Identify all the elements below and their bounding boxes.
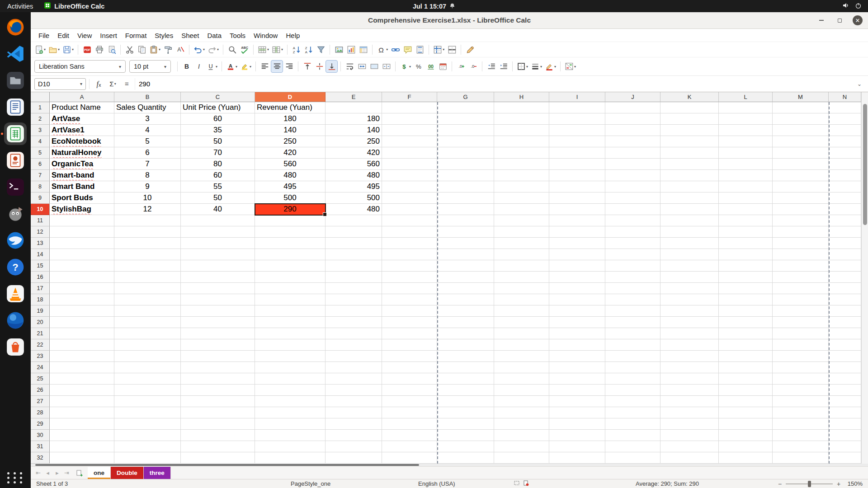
cell-C26[interactable]	[181, 385, 255, 396]
cell-J30[interactable]	[605, 430, 660, 441]
cell-B3[interactable]: 4	[114, 125, 181, 136]
cell-G1[interactable]	[437, 102, 494, 113]
print-preview-button[interactable]	[105, 43, 118, 56]
format-number-button[interactable]: 00	[425, 60, 437, 73]
show-draw-functions-button[interactable]	[464, 43, 476, 56]
cell-A30[interactable]	[50, 430, 114, 441]
cell-M5[interactable]	[773, 147, 829, 159]
cell-D9[interactable]: 500	[255, 192, 326, 204]
row-header-13[interactable]: 13	[31, 238, 50, 249]
dock-item-writer[interactable]	[4, 96, 27, 118]
insert-column-button[interactable]: ▾	[270, 43, 284, 56]
cell-G7[interactable]	[437, 170, 494, 181]
cell-B2[interactable]: 3	[114, 113, 181, 125]
cell-F11[interactable]	[382, 215, 437, 226]
cell-D30[interactable]	[255, 430, 326, 441]
cell-H25[interactable]	[494, 373, 549, 385]
cell-B7[interactable]: 8	[114, 170, 181, 181]
cell-H24[interactable]	[494, 362, 549, 373]
next-sheet-button[interactable]: ▸	[52, 468, 62, 478]
cell-M21[interactable]	[773, 328, 829, 339]
cell-I30[interactable]	[549, 430, 605, 441]
cell-I9[interactable]	[549, 192, 605, 204]
cell-D26[interactable]	[255, 385, 326, 396]
select-all-corner[interactable]	[31, 92, 50, 102]
sheet-tab-three[interactable]: three	[144, 467, 171, 479]
cell-L12[interactable]	[719, 226, 773, 238]
menu-window[interactable]: Window	[250, 30, 282, 41]
cell-B26[interactable]	[114, 385, 181, 396]
row-header-29[interactable]: 29	[31, 418, 50, 430]
vertical-scrollbar-thumb[interactable]	[863, 104, 867, 225]
cell-L14[interactable]	[719, 249, 773, 260]
cell-A2[interactable]: ArtVase	[50, 113, 114, 125]
cell-H6[interactable]	[494, 159, 549, 170]
cell-M8[interactable]	[773, 181, 829, 192]
cell-A26[interactable]	[50, 385, 114, 396]
column-header-H[interactable]: H	[494, 92, 549, 102]
cell-H8[interactable]	[494, 181, 549, 192]
cell-J6[interactable]	[605, 159, 660, 170]
cell-L21[interactable]	[719, 328, 773, 339]
cell-E30[interactable]	[326, 430, 382, 441]
cell-M18[interactable]	[773, 294, 829, 305]
cell-B19[interactable]	[114, 305, 181, 317]
cell-L15[interactable]	[719, 260, 773, 272]
cell-I7[interactable]	[549, 170, 605, 181]
cell-N1[interactable]	[829, 102, 861, 113]
cell-J9[interactable]	[605, 192, 660, 204]
cell-J21[interactable]	[605, 328, 660, 339]
column-header-A[interactable]: A	[50, 92, 114, 102]
cell-L30[interactable]	[719, 430, 773, 441]
first-sheet-button[interactable]: ⇤	[33, 468, 43, 478]
cell-G17[interactable]	[437, 283, 494, 294]
row-header-14[interactable]: 14	[31, 249, 50, 260]
cell-L8[interactable]	[719, 181, 773, 192]
dock-item-calc[interactable]	[4, 122, 27, 145]
special-character-button[interactable]: Ω▾	[375, 43, 389, 56]
cell-D28[interactable]	[255, 407, 326, 418]
cell-F29[interactable]	[382, 418, 437, 430]
cell-N28[interactable]	[829, 407, 861, 418]
spelling-button[interactable]: ABC	[238, 43, 250, 56]
zoom-in-button[interactable]: +	[835, 480, 842, 488]
cell-H5[interactable]	[494, 147, 549, 159]
cell-B32[interactable]	[114, 452, 181, 464]
function-wizard-button[interactable]: fx	[93, 78, 105, 90]
cell-D5[interactable]: 420	[255, 147, 326, 159]
cell-A4[interactable]: EcoNotebook	[50, 136, 114, 147]
cell-D15[interactable]	[255, 260, 326, 272]
cell-G15[interactable]	[437, 260, 494, 272]
cell-F28[interactable]	[382, 407, 437, 418]
row-header-26[interactable]: 26	[31, 385, 50, 396]
cell-F22[interactable]	[382, 339, 437, 351]
format-date-button[interactable]	[437, 60, 449, 73]
cell-N20[interactable]	[829, 317, 861, 328]
cell-F16[interactable]	[382, 272, 437, 283]
cell-D19[interactable]	[255, 305, 326, 317]
cell-C3[interactable]: 35	[181, 125, 255, 136]
cell-A31[interactable]	[50, 441, 114, 452]
cell-M20[interactable]	[773, 317, 829, 328]
cell-I1[interactable]	[549, 102, 605, 113]
cell-L3[interactable]	[719, 125, 773, 136]
cell-C27[interactable]	[181, 396, 255, 407]
cell-G5[interactable]	[437, 147, 494, 159]
cell-A17[interactable]	[50, 283, 114, 294]
cell-N18[interactable]	[829, 294, 861, 305]
cell-C2[interactable]: 60	[181, 113, 255, 125]
cell-B29[interactable]	[114, 418, 181, 430]
dock-item-vlc[interactable]	[4, 282, 27, 305]
cell-E4[interactable]: 250	[326, 136, 382, 147]
cell-D14[interactable]	[255, 249, 326, 260]
cell-E10[interactable]: 480	[326, 204, 382, 215]
border-style-button[interactable]: ▾	[529, 60, 543, 73]
show-applications-button[interactable]	[5, 470, 26, 485]
cell-L11[interactable]	[719, 215, 773, 226]
cell-M10[interactable]	[773, 204, 829, 215]
dock-item-thunderbird[interactable]	[4, 229, 27, 252]
cell-K3[interactable]	[660, 125, 719, 136]
cell-E27[interactable]	[326, 396, 382, 407]
cell-G32[interactable]	[437, 452, 494, 464]
cell-J12[interactable]	[605, 226, 660, 238]
